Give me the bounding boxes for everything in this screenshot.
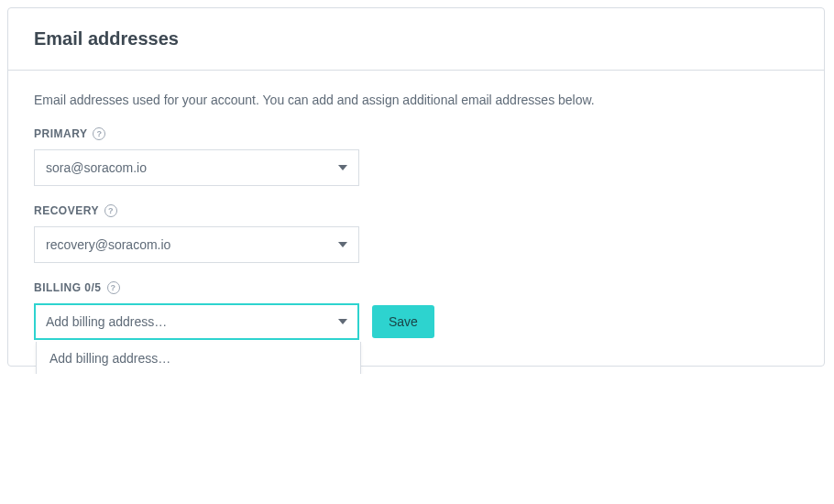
- help-icon[interactable]: ?: [104, 204, 117, 217]
- help-icon[interactable]: ?: [93, 127, 105, 140]
- billing-label-text: BILLING 0/5: [34, 281, 102, 294]
- recovery-label-text: RECOVERY: [34, 204, 99, 217]
- dropdown-item-placeholder[interactable]: Add billing address…: [37, 342, 360, 374]
- help-icon[interactable]: ?: [107, 281, 120, 294]
- panel-header: Email addresses: [8, 8, 824, 71]
- recovery-select[interactable]: recovery@soracom.io: [34, 226, 359, 263]
- recovery-select-value: recovery@soracom.io: [46, 237, 170, 252]
- billing-select-placeholder: Add billing address…: [46, 314, 167, 329]
- primary-select-value: sora@soracom.io: [46, 160, 147, 175]
- primary-select[interactable]: sora@soracom.io: [34, 149, 359, 186]
- email-addresses-panel: Email addresses Email addresses used for…: [7, 7, 825, 367]
- recovery-field-group: RECOVERY ? recovery@soracom.io: [34, 204, 798, 263]
- panel-title: Email addresses: [34, 28, 798, 49]
- chevron-down-icon: [338, 319, 347, 324]
- chevron-down-icon: [338, 165, 347, 170]
- billing-dropdown: Add billing address… billing@soracom.io …: [36, 342, 361, 374]
- panel-body: Email addresses used for your account. Y…: [8, 71, 824, 366]
- recovery-label: RECOVERY ?: [34, 204, 798, 217]
- primary-field-group: PRIMARY ? sora@soracom.io: [34, 127, 798, 186]
- panel-description: Email addresses used for your account. Y…: [34, 93, 798, 107]
- billing-label: BILLING 0/5 ?: [34, 281, 798, 294]
- save-button[interactable]: Save: [372, 305, 434, 338]
- billing-field-group: BILLING 0/5 ? Add billing address… Add b…: [34, 281, 798, 340]
- primary-label-text: PRIMARY: [34, 127, 87, 140]
- primary-label: PRIMARY ?: [34, 127, 798, 140]
- chevron-down-icon: [338, 242, 347, 247]
- billing-select[interactable]: Add billing address… Add billing address…: [34, 303, 359, 340]
